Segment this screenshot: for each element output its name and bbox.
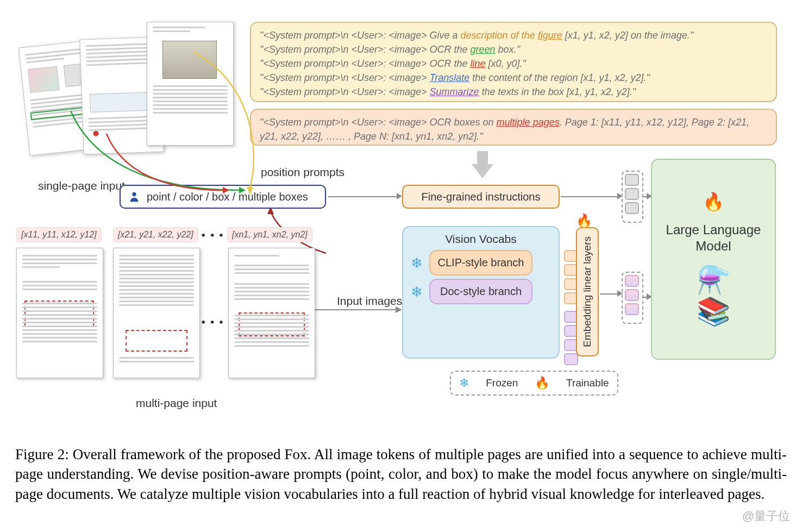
trainable-label: Trainable xyxy=(566,377,609,389)
prompt-line: "<System prompt>\n <User>: <image> Trans… xyxy=(260,71,767,85)
fine-grained-instructions-box: Fine-grained instructions xyxy=(402,185,560,209)
embedding-linear-layers: Embedding linear layers xyxy=(576,227,599,356)
prompt-line: "<System prompt>\n <User>: <image> Give … xyxy=(260,28,767,42)
input-images-label: Input images xyxy=(337,295,402,308)
multipage-thumbnail xyxy=(113,248,200,378)
doc-branch: ❄ Doc-style branch xyxy=(429,279,532,304)
single-page-input-label: single-page input xyxy=(38,179,125,192)
arrow-head-icon xyxy=(617,290,623,297)
down-arrow-icon xyxy=(472,151,493,178)
frozen-label: Frozen xyxy=(486,377,518,389)
coord-pill: [x21, y21, x22, y22] xyxy=(113,227,198,242)
prompt-line: "<System prompt>\n <User>: <image> OCR t… xyxy=(260,57,767,71)
llm-label: Large Language Model xyxy=(652,222,775,254)
vision-vocabs-title: Vision Vocabs xyxy=(410,233,552,246)
snowflake-icon: ❄ xyxy=(411,283,423,300)
fox-framework-diagram: "<System prompt>\n <User>: <image> Give … xyxy=(11,11,791,435)
position-prompt-text: point / color / box / multiple boxes xyxy=(147,191,308,203)
fire-icon: 🔥 xyxy=(535,376,549,390)
multi-page-prompt-box: "<System prompt>\n <User>: <image> OCR b… xyxy=(250,109,777,146)
fire-icon: 🔥 xyxy=(576,213,592,228)
snowflake-icon: ❄ xyxy=(459,376,469,390)
multi-page-input-label: multi-page input xyxy=(136,397,217,410)
figure-caption: Figure 2: Overall framework of the propo… xyxy=(15,445,787,504)
legend-box: ❄ Frozen 🔥 Trainable xyxy=(450,371,618,396)
arrow-line xyxy=(600,293,618,295)
clip-branch: ❄ CLIP-style branch xyxy=(429,250,532,276)
instruction-token-group xyxy=(622,171,643,223)
position-prompts-label: position prompts xyxy=(261,166,344,179)
snowflake-icon: ❄ xyxy=(411,254,423,271)
books-flask-icon: ⚗️📚 xyxy=(697,264,730,327)
svg-marker-6 xyxy=(267,209,274,214)
svg-point-0 xyxy=(132,192,136,196)
prompt-line: "<System prompt>\n <User>: <image> Summa… xyxy=(260,85,767,99)
ellipsis: ••• xyxy=(201,315,228,330)
multipage-thumbnail xyxy=(228,248,315,378)
single-page-prompts-box: "<System prompt>\n <User>: <image> Give … xyxy=(250,22,777,102)
position-prompt-pill: point / color / box / multiple boxes xyxy=(120,185,326,209)
ellipsis: ••• xyxy=(201,228,228,243)
watermark: @量子位 xyxy=(742,508,790,524)
multipage-thumbnail xyxy=(16,248,103,378)
coord-pill: [xn1, yn1, xn2, yn2] xyxy=(227,227,312,242)
large-language-model-box: 🔥 Large Language Model ⚗️📚 xyxy=(651,159,776,360)
curtain-image-thumbnail xyxy=(162,41,217,79)
page-thumbnail xyxy=(147,22,234,146)
arrow-line xyxy=(328,196,398,197)
coord-pill: [x11, y11, x12, y12] xyxy=(16,227,102,242)
vision-vocabs-box: Vision Vocabs ❄ CLIP-style branch ❄ Doc-… xyxy=(402,226,560,359)
prompt-line: "<System prompt>\n <User>: <image> OCR t… xyxy=(260,42,767,57)
arrow-head-icon xyxy=(397,193,402,199)
vision-token-group xyxy=(622,272,643,324)
arrow-line xyxy=(561,196,618,197)
person-icon xyxy=(128,191,140,203)
fire-icon: 🔥 xyxy=(703,191,724,212)
